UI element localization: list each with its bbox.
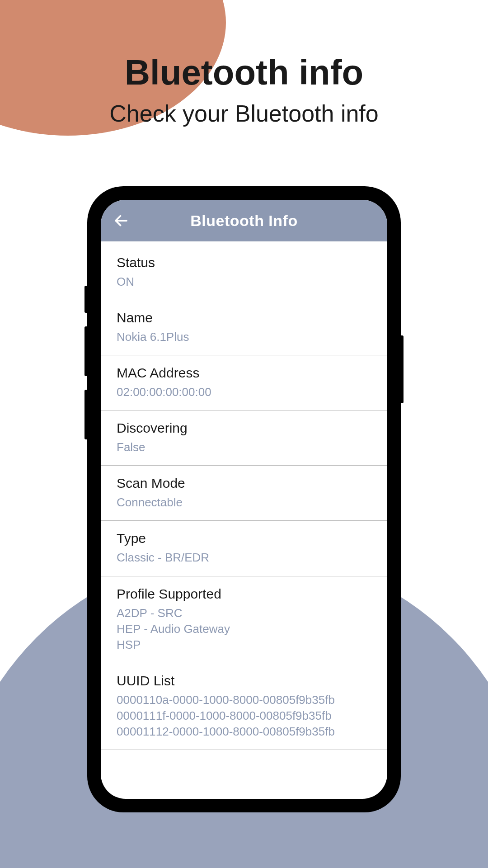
info-label: Profile Supported [117,586,371,602]
info-label: Name [117,310,371,326]
info-value: Connectable [117,495,371,510]
info-row-mac-address: MAC Address 02:00:00:00:00:00 [101,355,387,410]
phone-button-decor [84,326,87,376]
info-label: Discovering [117,420,371,436]
info-row-uuid-list: UUID List 0000110a-0000-1000-8000-00805f… [101,663,387,750]
info-row-discovering: Discovering False [101,410,387,466]
info-value: ON [117,274,371,290]
info-value: Nokia 6.1Plus [117,329,371,345]
info-value: A2DP - SRC HEP - Audio Gateway HSP [117,605,371,653]
phone-button-decor [84,286,87,313]
info-row-profile-supported: Profile Supported A2DP - SRC HEP - Audio… [101,576,387,663]
info-row-status: Status ON [101,241,387,300]
phone-screen: Bluetooth Info Status ON Name Nokia 6.1P… [101,200,387,799]
page-subtitle: Check your Bluetooth info [0,100,488,127]
app-header: Bluetooth Info [101,200,387,241]
info-label: UUID List [117,673,371,689]
info-label: Status [117,255,371,270]
page-title: Bluetooth info [0,52,488,93]
arrow-left-icon [113,212,129,229]
info-value: 0000110a-0000-1000-8000-00805f9b35fb 000… [117,692,371,740]
back-button[interactable] [112,212,130,230]
info-value: False [117,439,371,455]
info-label: MAC Address [117,365,371,381]
info-row-type: Type Classic - BR/EDR [101,521,387,576]
info-row-scan-mode: Scan Mode Connectable [101,466,387,521]
phone-frame: Bluetooth Info Status ON Name Nokia 6.1P… [87,186,401,812]
info-row-name: Name Nokia 6.1Plus [101,300,387,355]
info-list: Status ON Name Nokia 6.1Plus MAC Address… [101,241,387,750]
info-label: Scan Mode [117,476,371,491]
info-label: Type [117,531,371,546]
info-value: Classic - BR/EDR [117,550,371,566]
info-value: 02:00:00:00:00:00 [117,384,371,400]
header-title: Bluetooth Info [110,212,378,230]
phone-button-decor [84,390,87,439]
phone-button-decor [401,335,404,403]
